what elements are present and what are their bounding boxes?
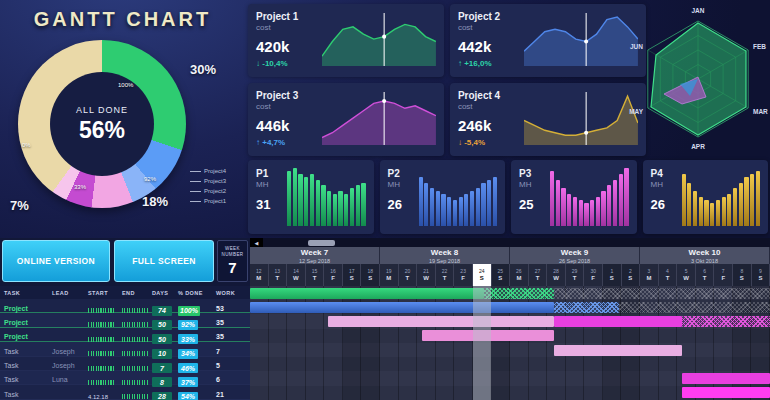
day-cell[interactable]: 2S: [622, 264, 641, 286]
day-cell[interactable]: 21W: [417, 264, 436, 286]
mh-bar: [464, 194, 468, 226]
task-cell: Task: [4, 362, 52, 369]
table-row[interactable]: Project5033%35: [0, 328, 250, 342]
mh-bar: [704, 200, 708, 226]
start-date-ticks: [88, 351, 114, 356]
day-cell[interactable]: 6T: [696, 264, 715, 286]
day-cell[interactable]: 26M: [510, 264, 529, 286]
mh-bar: [727, 194, 731, 226]
day-cell[interactable]: 9S: [752, 264, 770, 286]
table-row[interactable]: TaskJoseph1034%7: [0, 342, 250, 356]
day-cell[interactable]: 5W: [677, 264, 696, 286]
mh-bar: [476, 188, 480, 226]
legend-label: Project2: [204, 188, 226, 194]
scroll-left-arrow-icon[interactable]: ◀: [250, 238, 263, 247]
task-cell: Project: [4, 305, 52, 312]
radar-label-feb: FEB: [753, 43, 766, 50]
day-cell[interactable]: 22T: [436, 264, 455, 286]
cost-card-title: Project 3: [256, 90, 318, 101]
table-row[interactable]: TaskJoseph746%5: [0, 357, 250, 371]
gantt-bar[interactable]: [554, 288, 770, 299]
gantt-bar[interactable]: [250, 288, 484, 299]
mh-bar: [493, 177, 497, 226]
online-version-button[interactable]: ONLINE VERSION: [2, 240, 110, 282]
work-cell: 35: [216, 333, 250, 340]
day-cell[interactable]: 1S: [603, 264, 622, 286]
day-cell[interactable]: 29T: [566, 264, 585, 286]
mh-bar: [424, 183, 428, 227]
start-cell: 4.12.18: [88, 385, 122, 400]
full-screen-button[interactable]: FULL SCREEN: [114, 240, 214, 282]
start-date-ticks: [88, 337, 114, 342]
end-date-ticks: [122, 308, 148, 313]
day-cell[interactable]: 4T: [659, 264, 678, 286]
mh-bar: [361, 183, 365, 227]
mh-card-subtitle: MH: [256, 180, 282, 189]
mh-bar: [419, 177, 423, 226]
gantt-bar[interactable]: [554, 302, 619, 313]
table-row[interactable]: TaskLuna837%6: [0, 371, 250, 385]
mh-bar: [567, 194, 571, 226]
task-cell: Task: [4, 348, 52, 355]
end-date-ticks: [122, 351, 148, 356]
gantt-bar[interactable]: [328, 316, 554, 327]
day-cell[interactable]: 27T: [529, 264, 548, 286]
mh-bar: [722, 197, 726, 226]
mh-bar: [344, 194, 348, 226]
week-header: Week 103 Okt 2018: [640, 247, 770, 264]
column-header-done: % DONE: [178, 290, 216, 296]
table-body: Project74100%53Project5092%35Project5033…: [0, 299, 250, 400]
end-date-ticks: [122, 380, 148, 385]
table-row[interactable]: Project74100%53: [0, 299, 250, 313]
day-cell[interactable]: 3M: [640, 264, 659, 286]
mh-bar: [573, 197, 577, 226]
day-cell[interactable]: 20T: [399, 264, 418, 286]
gantt-bar[interactable]: [250, 302, 554, 313]
task-cell: Project: [4, 333, 52, 340]
day-cell[interactable]: 7F: [714, 264, 733, 286]
day-cell[interactable]: 19M: [380, 264, 399, 286]
donut-callout-7: 7%: [10, 198, 29, 213]
mh-bar: [756, 171, 760, 226]
mh-bar: [453, 200, 457, 226]
week-start-date: 3 Okt 2018: [640, 258, 769, 264]
mh-bar: [327, 191, 331, 226]
gantt-bar[interactable]: [554, 316, 681, 327]
lead-cell: Joseph: [52, 348, 88, 355]
gantt-bar[interactable]: [682, 316, 770, 327]
start-date-ticks: [88, 322, 114, 327]
radar-label-apr: APR: [691, 143, 705, 150]
gantt-bar[interactable]: [554, 345, 681, 356]
gantt-scrollbar[interactable]: ◀: [250, 238, 770, 247]
day-cell[interactable]: 25S: [492, 264, 511, 286]
day-cell[interactable]: 12M: [250, 264, 269, 286]
gantt-bar[interactable]: [682, 373, 770, 384]
gantt-bar[interactable]: [484, 288, 554, 299]
day-cell[interactable]: 14W: [287, 264, 306, 286]
today-cell[interactable]: 24S: [473, 264, 492, 286]
day-cell[interactable]: 28W: [547, 264, 566, 286]
legend-label: Project1: [204, 198, 226, 204]
cost-card-delta: -10,4%: [262, 59, 287, 68]
table-row[interactable]: Task4.12.182854%21: [0, 385, 250, 399]
gantt-bar[interactable]: [619, 302, 770, 313]
end-date-ticks: [122, 394, 148, 399]
week-start-date: 19 Sep 2018: [380, 258, 509, 264]
day-cell[interactable]: 18S: [361, 264, 380, 286]
day-cell[interactable]: 30F: [584, 264, 603, 286]
scrollbar-thumb[interactable]: [308, 240, 335, 246]
week-start-date: 12 Sep 2018: [250, 258, 379, 264]
table-row[interactable]: Project5092%35: [0, 313, 250, 327]
gantt-bar[interactable]: [682, 387, 770, 398]
mh-card-value: 26: [651, 197, 677, 212]
legend-line-icon: [190, 181, 201, 182]
week-number-box: WEEK NUMBER 7: [217, 240, 248, 282]
day-cell[interactable]: 16F: [324, 264, 343, 286]
day-cell[interactable]: 23F: [454, 264, 473, 286]
day-cell[interactable]: 8S: [733, 264, 752, 286]
p3-mh-card: P3 MH 25: [511, 160, 637, 234]
day-cell[interactable]: 15T: [306, 264, 325, 286]
day-cell[interactable]: 13T: [269, 264, 288, 286]
mh-bar: [338, 191, 342, 226]
day-cell[interactable]: 17S: [343, 264, 362, 286]
